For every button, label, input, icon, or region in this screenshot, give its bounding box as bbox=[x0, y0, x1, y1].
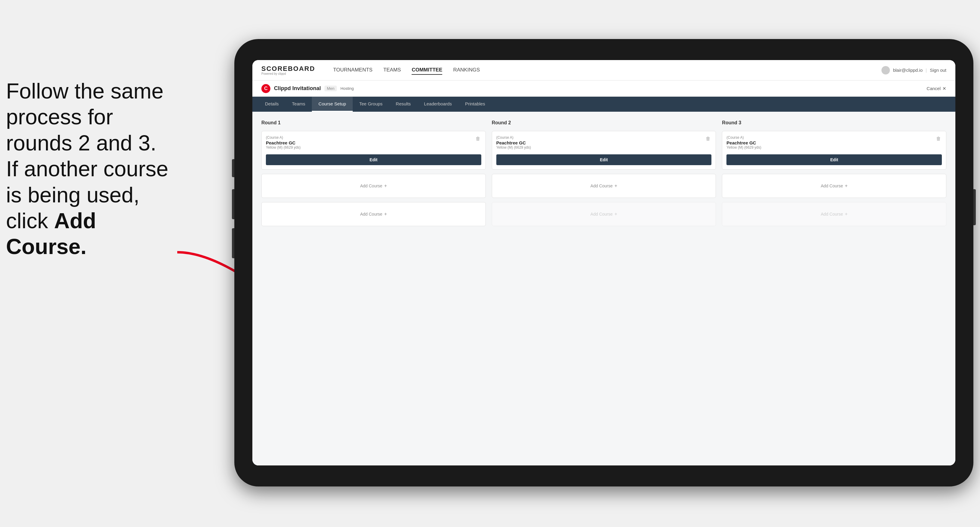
main-content: Round 1 (Course A) Peachtree GC Yellow (… bbox=[252, 112, 955, 465]
course-name-r2: Peachtree GC bbox=[496, 140, 531, 145]
edit-course-button-r1[interactable]: Edit bbox=[266, 154, 481, 165]
nav-link-tournaments[interactable]: TOURNAMENTS bbox=[333, 66, 372, 75]
top-nav: SCOREBOARD Powered by clippd TOURNAMENTS… bbox=[252, 60, 955, 81]
plus-icon-r2-2: + bbox=[614, 211, 617, 217]
sign-out-link[interactable]: Sign out bbox=[930, 68, 947, 73]
tablet-screen: SCOREBOARD Powered by clippd TOURNAMENTS… bbox=[252, 60, 955, 465]
round-3-course-card: (Course A) Peachtree GC Yellow (M) (6629… bbox=[722, 131, 947, 170]
add-course-text-r1-2: Add Course + bbox=[360, 211, 387, 217]
add-course-text-r2-2: Add Course + bbox=[590, 211, 617, 217]
add-course-card-r2-2: Add Course + bbox=[492, 202, 716, 226]
tab-course-setup[interactable]: Course Setup bbox=[312, 97, 353, 112]
sub-header-left: C Clippd Invitational Men Hosting bbox=[261, 84, 353, 93]
user-avatar bbox=[881, 66, 890, 75]
trash-icon-r3[interactable]: 🗑 bbox=[935, 135, 942, 142]
round-3-col: Round 3 (Course A) Peachtree GC Yellow (… bbox=[722, 120, 947, 226]
user-email: blair@clippd.io bbox=[893, 68, 923, 73]
round-1-course-card: (Course A) Peachtree GC Yellow (M) (6629… bbox=[261, 131, 486, 170]
tab-tee-groups[interactable]: Tee Groups bbox=[353, 97, 389, 112]
nav-links: TOURNAMENTS TEAMS COMMITTEE RANKINGS bbox=[333, 66, 870, 75]
logo-text: SCOREBOARD bbox=[261, 65, 315, 73]
nav-link-committee[interactable]: COMMITTEE bbox=[412, 66, 442, 75]
clippd-icon: C bbox=[261, 84, 270, 93]
logo-sub: Powered by clippd bbox=[261, 72, 315, 75]
edit-course-button-r3[interactable]: Edit bbox=[726, 154, 942, 165]
course-details: Yellow (M) (6629 yds) bbox=[266, 145, 301, 149]
cancel-button[interactable]: Cancel ✕ bbox=[926, 86, 947, 91]
course-label-r3: (Course A) bbox=[726, 135, 761, 140]
course-card-header-r3: (Course A) Peachtree GC Yellow (M) (6629… bbox=[726, 135, 942, 152]
close-icon: ✕ bbox=[942, 86, 947, 91]
plus-icon-r3-2: + bbox=[845, 211, 848, 217]
add-course-card-r2-1[interactable]: Add Course + bbox=[492, 174, 716, 198]
edit-course-button-r2[interactable]: Edit bbox=[496, 154, 712, 165]
nav-link-teams[interactable]: TEAMS bbox=[383, 66, 401, 75]
add-course-card-r1-2[interactable]: Add Course + bbox=[261, 202, 486, 226]
round-3-title: Round 3 bbox=[722, 120, 947, 125]
logo-area: SCOREBOARD Powered by clippd bbox=[261, 65, 315, 75]
plus-icon-2: + bbox=[384, 211, 387, 217]
course-card-header-r2: (Course A) Peachtree GC Yellow (M) (6629… bbox=[496, 135, 712, 152]
add-course-text-r3-1: Add Course + bbox=[821, 183, 848, 189]
plus-icon: + bbox=[384, 183, 387, 189]
round-2-title: Round 2 bbox=[492, 120, 716, 125]
trash-icon[interactable]: 🗑 bbox=[475, 135, 481, 142]
course-details-r2: Yellow (M) (6629 yds) bbox=[496, 145, 531, 149]
instruction-text: Follow the same process for rounds 2 and… bbox=[6, 78, 180, 260]
tab-printables[interactable]: Printables bbox=[458, 97, 492, 112]
plus-icon-r2-1: + bbox=[614, 183, 617, 189]
tournament-title: Clippd Invitational bbox=[274, 85, 321, 92]
add-course-text-r3-2: Add Course + bbox=[821, 211, 848, 217]
course-name: Peachtree GC bbox=[266, 140, 301, 145]
nav-separator: | bbox=[926, 68, 927, 73]
rounds-grid: Round 1 (Course A) Peachtree GC Yellow (… bbox=[261, 120, 947, 226]
nav-right: blair@clippd.io | Sign out bbox=[881, 66, 947, 75]
tournament-badge: Men bbox=[325, 86, 337, 91]
course-card-header: (Course A) Peachtree GC Yellow (M) (6629… bbox=[266, 135, 481, 152]
course-label: (Course A) bbox=[266, 135, 301, 140]
round-2-course-card: (Course A) Peachtree GC Yellow (M) (6629… bbox=[492, 131, 716, 170]
hosting-badge: Hosting bbox=[340, 86, 353, 91]
tab-teams[interactable]: Teams bbox=[285, 97, 312, 112]
add-course-text-r1-1: Add Course + bbox=[360, 183, 387, 189]
tab-details[interactable]: Details bbox=[258, 97, 285, 112]
course-label-r2: (Course A) bbox=[496, 135, 531, 140]
tab-leaderboards[interactable]: Leaderboards bbox=[417, 97, 458, 112]
add-course-card-r3-1[interactable]: Add Course + bbox=[722, 174, 947, 198]
plus-icon-r3-1: + bbox=[845, 183, 848, 189]
add-course-card-r3-2: Add Course + bbox=[722, 202, 947, 226]
tablet-frame: SCOREBOARD Powered by clippd TOURNAMENTS… bbox=[234, 39, 974, 486]
round-2-col: Round 2 (Course A) Peachtree GC Yellow (… bbox=[492, 120, 716, 226]
add-course-card-r1-1[interactable]: Add Course + bbox=[261, 174, 486, 198]
nav-link-rankings[interactable]: RANKINGS bbox=[453, 66, 480, 75]
sub-header: C Clippd Invitational Men Hosting Cancel… bbox=[252, 81, 955, 97]
round-1-col: Round 1 (Course A) Peachtree GC Yellow (… bbox=[261, 120, 486, 226]
tab-results[interactable]: Results bbox=[389, 97, 417, 112]
round-1-title: Round 1 bbox=[261, 120, 486, 125]
add-course-text-r2-1: Add Course + bbox=[590, 183, 617, 189]
course-details-r3: Yellow (M) (6629 yds) bbox=[726, 145, 761, 149]
tabs-bar: Details Teams Course Setup Tee Groups Re… bbox=[252, 97, 955, 112]
trash-icon-r2[interactable]: 🗑 bbox=[705, 135, 711, 142]
course-name-r3: Peachtree GC bbox=[726, 140, 761, 145]
